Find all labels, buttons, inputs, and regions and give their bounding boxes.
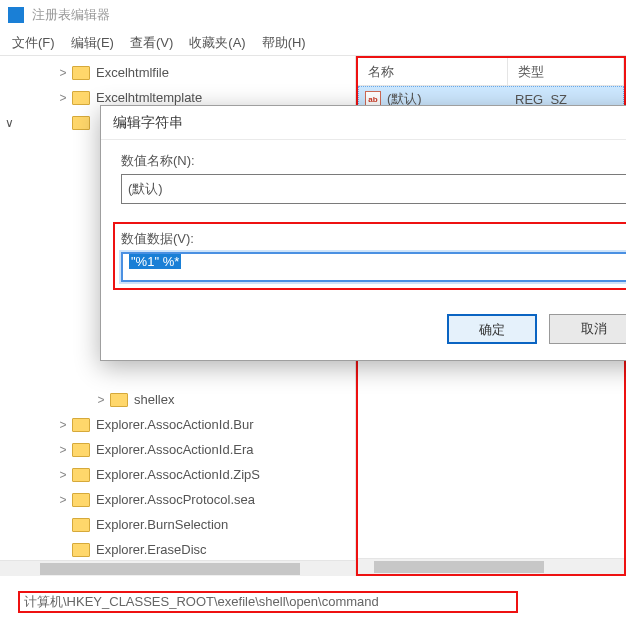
menubar: 文件(F) 编辑(E) 查看(V) 收藏夹(A) 帮助(H)	[0, 30, 626, 56]
expander-icon[interactable]: >	[56, 468, 70, 482]
folder-icon	[72, 91, 90, 105]
tree-item[interactable]: > Excelhtmlfile	[20, 60, 355, 85]
tree-hscrollbar[interactable]	[0, 560, 355, 576]
menu-favorites[interactable]: 收藏夹(A)	[181, 34, 253, 52]
tree-label: Explorer.AssocActionId.Bur	[96, 417, 254, 432]
folder-icon	[72, 418, 90, 432]
address-path: 计算机\HKEY_CLASSES_ROOT\exefile\shell\open…	[18, 591, 518, 613]
cancel-button[interactable]: 取消	[549, 314, 626, 344]
selected-text: "%1" %*	[129, 254, 181, 269]
expander-icon[interactable]: >	[56, 493, 70, 507]
expander-icon[interactable]: >	[56, 66, 70, 80]
expander-icon[interactable]: >	[56, 91, 70, 105]
menu-file[interactable]: 文件(F)	[4, 34, 63, 52]
folder-icon	[72, 66, 90, 80]
tree-item[interactable]: Explorer.BurnSelection	[20, 512, 355, 537]
dialog-title: 编辑字符串	[101, 106, 626, 140]
tree-label: Explorer.AssocActionId.Era	[96, 442, 254, 457]
folder-icon	[72, 493, 90, 507]
expander-icon[interactable]: >	[56, 418, 70, 432]
folder-icon	[72, 116, 90, 130]
menu-view[interactable]: 查看(V)	[122, 34, 181, 52]
folder-icon	[72, 543, 90, 557]
tree-label: Explorer.EraseDisc	[96, 542, 207, 557]
value-name-label: 数值名称(N):	[121, 152, 626, 170]
folder-icon	[72, 518, 90, 532]
tree-label: Explorer.BurnSelection	[96, 517, 228, 532]
tree-item[interactable]: > Explorer.AssocActionId.Bur	[20, 412, 355, 437]
tree-label: Explorer.AssocActionId.ZipS	[96, 467, 260, 482]
tree-item[interactable]: > Explorer.AssocActionId.Era	[20, 437, 355, 462]
value-name-input[interactable]	[121, 174, 626, 204]
tree-label: Excelhtmlfile	[96, 65, 169, 80]
folder-icon	[72, 443, 90, 457]
col-header-type[interactable]: 类型	[508, 58, 624, 85]
tree-label: Excelhtmltemplate	[96, 90, 202, 105]
tree-label: shellex	[134, 392, 174, 407]
value-data-label: 数值数据(V):	[121, 230, 626, 248]
tree-item[interactable]: Explorer.EraseDisc	[20, 537, 355, 562]
tree-item[interactable]: > shellex	[20, 387, 355, 412]
ok-button[interactable]: 确定	[447, 314, 537, 344]
col-header-name[interactable]: 名称	[358, 58, 508, 85]
folder-icon	[72, 468, 90, 482]
values-hscrollbar[interactable]	[358, 558, 624, 574]
edit-string-dialog: 编辑字符串 数值名称(N): 数值数据(V): "%1" %* 确定 取消	[100, 105, 626, 361]
folder-icon	[110, 393, 128, 407]
menu-help[interactable]: 帮助(H)	[254, 34, 314, 52]
tree-label: Explorer.AssocProtocol.sea	[96, 492, 255, 507]
menu-edit[interactable]: 编辑(E)	[63, 34, 122, 52]
list-header: 名称 类型	[358, 58, 624, 86]
tree-item[interactable]: > Explorer.AssocProtocol.sea	[20, 487, 355, 512]
path-text: 计算机\HKEY_CLASSES_ROOT\exefile\shell\open…	[24, 593, 379, 611]
window-titlebar: 注册表编辑器	[0, 0, 626, 30]
window-title: 注册表编辑器	[32, 6, 110, 24]
expander-icon[interactable]: >	[56, 443, 70, 457]
expander-icon[interactable]: >	[94, 393, 108, 407]
value-data-input[interactable]: "%1" %*	[121, 252, 626, 282]
tree-item[interactable]: > Explorer.AssocActionId.ZipS	[20, 462, 355, 487]
app-icon	[8, 7, 24, 23]
